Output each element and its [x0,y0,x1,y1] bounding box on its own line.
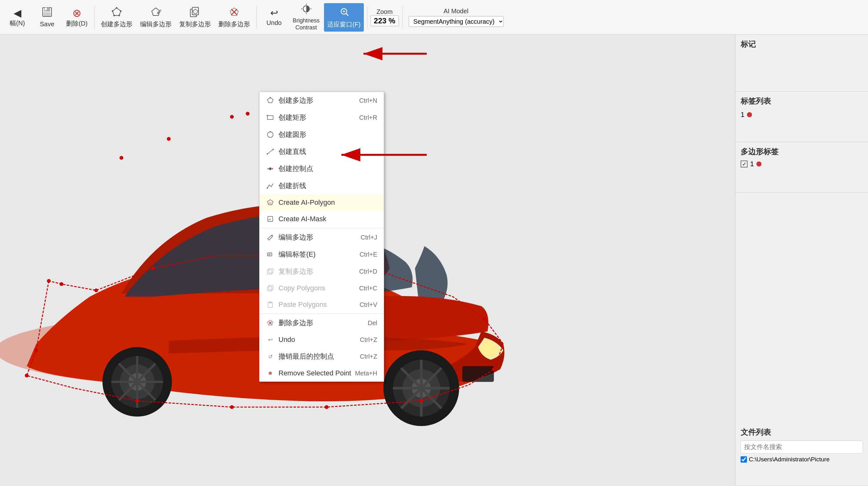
copy-polygon-icon [190,7,200,19]
ctx-ai-mask-icon: AI [266,215,275,223]
ctx-delete-polygon[interactable]: 删除多边形 Del [259,315,384,331]
svg-rect-2 [45,8,47,10]
ctx-create-polygon-shortcut: Ctrl+N [359,97,377,104]
ctx-copy-polygons-icon [266,284,275,293]
ctx-undo-last-point[interactable]: ↺ 撤销最后的控制点 Ctrl+Z [259,348,384,365]
label-item-1[interactable]: 1 [741,109,863,120]
ctx-edit-label[interactable]: 编辑标签(E) Ctrl+E [259,246,384,263]
brightness-contrast-button[interactable]: BrightnessContrast [289,3,323,32]
undo-button[interactable]: ↩ Undo [260,3,288,32]
svg-point-56 [483,317,486,321]
ctx-create-bezier[interactable]: 创建折线 [259,177,384,194]
svg-point-7 [119,15,120,17]
ai-model-select[interactable]: SegmentAnything (accuracy) SegmentAnythi… [409,16,503,27]
svg-point-66 [270,97,271,98]
ctx-create-ai-mask[interactable]: AI Create AI-Mask [259,211,384,227]
panel-spacer [736,193,868,423]
fit-window-label: 适应窗口(F) [327,21,361,28]
ctx-create-circle-label: 创建圆形 [278,130,374,139]
polygon-tag-section: 多边形标签 ✓ 1 [736,142,868,193]
svg-point-73 [273,149,274,150]
canvas-area[interactable]: ✦ [0,35,735,486]
svg-point-54 [420,399,423,402]
ctx-delete-polygon-icon [266,319,275,327]
ctx-edit-label-icon [266,250,275,259]
delete-icon: ⊗ [72,8,81,18]
delete-button[interactable]: ⊗ 删除(D) [63,3,91,32]
save-button[interactable]: Save [33,3,61,32]
ctx-separator-1 [259,228,384,228]
ctx-undo-label: Undo [278,335,356,344]
ctx-circle-icon [266,130,275,139]
fit-window-icon [338,6,350,19]
zoom-input[interactable]: 223 % [370,15,399,26]
ctx-point-icon [266,164,275,173]
ctx-remove-point-shortcut: Meta+H [355,370,377,377]
polygon-checkbox[interactable]: ✓ [741,161,748,167]
prev-icon: ◀ [13,8,22,18]
ctx-create-line[interactable]: 创建直线 [259,143,384,160]
svg-point-75 [268,168,269,169]
ctx-edit-icon [266,233,275,242]
file-checkbox[interactable] [741,456,747,463]
ctx-delete-polygon-shortcut: Del [368,320,377,327]
ctx-copy-polygon-shortcut: Ctrl+D [359,268,377,275]
delete-polygon-button[interactable]: 删除多边形 [215,3,253,32]
ctx-line-icon [266,147,275,156]
svg-marker-4 [113,8,121,15]
edit-polygon-button[interactable]: 编辑多边形 [137,3,175,32]
ctx-copy-polygon-label: 复制多边形 [278,267,355,276]
create-polygon-icon [111,7,122,19]
ctx-bezier-icon [266,182,275,190]
ctx-undo[interactable]: ↩ Undo Ctrl+Z [259,331,384,348]
svg-point-63 [230,115,234,119]
ctx-paste-icon [266,300,275,309]
label-number: 1 [741,110,744,119]
ctx-create-bezier-label: 创建折线 [278,181,374,191]
toolbar: ◀ 幅(N) Save ⊗ 删除(D) [0,0,868,35]
ctx-remove-selected-point[interactable]: Remove Selected Point Meta+H [259,365,384,381]
save-label: Save [40,20,54,28]
file-search-input[interactable] [741,441,863,453]
ctx-edit-label-label: 编辑标签(E) [278,250,355,259]
svg-point-58 [151,266,155,270]
svg-point-52 [230,405,234,409]
svg-point-49 [34,349,38,352]
create-polygon-button[interactable]: 创建多边形 [98,3,135,32]
fit-window-button[interactable]: 适应窗口(F) [324,3,364,32]
ctx-create-rect[interactable]: 创建矩形 Ctrl+R [259,109,384,126]
ctx-edit-polygon-label: 编辑多边形 [278,233,357,242]
svg-point-55 [492,367,496,371]
ctx-create-line-label: 创建直线 [278,147,374,156]
svg-point-76 [272,168,273,169]
svg-point-62 [167,137,171,141]
prev-button[interactable]: ◀ 幅(N) [3,3,32,32]
polygon-tag-item-1[interactable]: ✓ 1 [741,160,863,168]
svg-point-69 [268,132,273,137]
ctx-create-circle[interactable]: 创建圆形 [259,126,384,143]
ctx-delete-polygon-label: 删除多边形 [278,318,364,328]
ctx-rect-icon [266,113,275,122]
svg-point-61 [120,156,123,160]
svg-point-70 [270,131,271,132]
ctx-create-point[interactable]: 创建控制点 [259,160,384,177]
ctx-create-rect-label: 创建矩形 [278,113,355,122]
context-menu: 创建多边形 Ctrl+N 创建矩形 Ctrl+R 创建圆形 [259,92,384,382]
ctx-undo-last-shortcut: Ctrl+Z [360,353,377,360]
ctx-edit-polygon[interactable]: 编辑多边形 Ctrl+J [259,229,384,246]
edit-polygon-label: 编辑多边形 [140,20,172,28]
ctx-remove-point-label: Remove Selected Point [278,369,351,377]
ctx-create-polygon[interactable]: 创建多边形 Ctrl+N [259,92,384,109]
ctx-copy-polygons-shortcut: Ctrl+C [359,285,377,292]
prev-label: 幅(N) [10,19,25,27]
svg-rect-87 [268,287,272,291]
file-path-text: C:\Users\Administrator\Picture [749,456,830,463]
polygon-tag-dot [756,161,762,166]
brightness-icon [301,3,312,16]
undo-label: Undo [267,19,282,27]
ctx-create-ai-polygon[interactable]: AI Create AI-Polygon [259,194,384,211]
ctx-create-ai-mask-label: Create AI-Mask [278,215,374,223]
svg-point-74 [269,167,272,170]
copy-polygon-button[interactable]: 复制多边形 [176,3,214,32]
svg-point-68 [267,115,268,116]
